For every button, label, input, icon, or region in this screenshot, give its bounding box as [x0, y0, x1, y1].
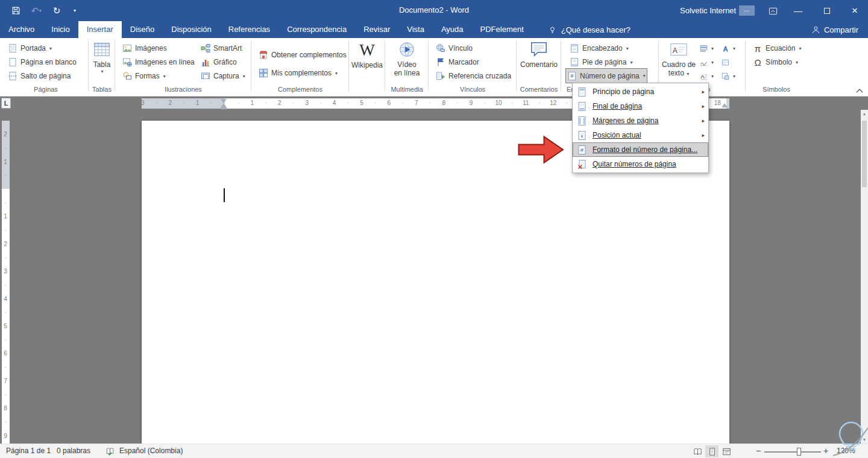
tab-inicio[interactable]: Inicio	[43, 21, 78, 38]
menu-item-quitar-numeros-de-pagina[interactable]: Quitar números de página	[573, 157, 708, 171]
left-indent-marker[interactable]	[221, 107, 227, 109]
portada-button[interactable]: Portada▾	[6, 42, 54, 55]
word-count[interactable]: 0 palabras	[57, 447, 90, 455]
minimize-button[interactable]: —	[785, 0, 811, 21]
tab-revisar[interactable]: Revisar	[355, 21, 398, 38]
group-label-multimedia: Multimedia	[386, 86, 428, 93]
smartart-label: SmartArt	[213, 44, 242, 52]
screenshot-button[interactable]: Captura▾	[199, 69, 247, 83]
drop-cap-button[interactable]: ▾	[698, 69, 715, 83]
tab-ayuda[interactable]: Ayuda	[433, 21, 472, 38]
menu-item-principio-de-pagina[interactable]: Principio de página ▸	[573, 84, 708, 99]
screenshot-label: Captura	[213, 72, 239, 80]
smartart-button[interactable]: SmartArt	[199, 42, 244, 55]
header-button[interactable]: Encabezado▾	[568, 42, 631, 55]
share-button[interactable]: Compartir	[811, 21, 858, 38]
get-addins-button[interactable]: Obtener complementos	[257, 48, 348, 62]
online-video-label-2: en línea	[394, 69, 420, 77]
page-number-margins-icon	[577, 116, 587, 126]
signature-line-button[interactable]: ▾	[698, 56, 715, 69]
tab-referencias[interactable]: Referencias	[220, 21, 278, 38]
footer-label: Pie de página	[582, 58, 626, 66]
word-window: # A A A # ↶ ▾ ↻ ▾ Documento2 - Word Solv…	[0, 0, 868, 458]
shapes-button[interactable]: Formas▾	[121, 69, 168, 83]
tab-archivo[interactable]: Archivo	[0, 21, 43, 38]
group-ilustraciones: Imágenes Imágenes en línea Formas▾ Smart…	[116, 38, 251, 95]
zoom-in-button[interactable]: +	[823, 446, 828, 456]
tab-insertar[interactable]: Insertar	[78, 21, 122, 38]
bookmark-button[interactable]: Marcador	[434, 56, 481, 69]
zoom-out-button[interactable]: −	[756, 446, 761, 456]
vertical-ruler[interactable]: 21123456789···········	[0, 110, 11, 444]
pictures-button[interactable]: Imágenes	[121, 42, 169, 55]
header-icon	[570, 43, 579, 53]
page-count[interactable]: Página 1 de 1	[6, 447, 51, 455]
scrollbar-thumb[interactable]	[862, 121, 867, 187]
pictures-icon	[122, 43, 132, 53]
web-layout-button[interactable]	[720, 445, 733, 457]
collapse-ribbon-button[interactable]	[855, 87, 864, 95]
tab-selector[interactable]: L	[1, 98, 11, 109]
vertical-scrollbar[interactable]: ▲ ▼	[861, 110, 868, 444]
horizontal-ruler[interactable]: L 321123456789101112131415161718········…	[0, 97, 868, 110]
portada-label: Portada	[20, 44, 46, 52]
tab-vista[interactable]: Vista	[398, 21, 433, 38]
menu-item-margenes-de-pagina[interactable]: Márgenes de página ▸	[573, 113, 708, 128]
spell-check-icon[interactable]	[106, 447, 115, 456]
menu-item-formato-del-numero-de-pagina[interactable]: Formato del número de página...	[573, 142, 708, 157]
print-layout-button[interactable]	[705, 445, 719, 457]
caret-icon: ▾	[733, 74, 735, 79]
tab-correspondencia[interactable]: Correspondencia	[278, 21, 355, 38]
account-name[interactable]: Solvetic Internet	[680, 6, 736, 15]
online-video-icon	[398, 40, 416, 59]
read-mode-icon	[693, 447, 702, 456]
date-time-button[interactable]	[720, 56, 731, 69]
close-button[interactable]: ×	[841, 0, 868, 21]
ribbon-display-options-button[interactable]	[766, 5, 780, 17]
shapes-icon	[122, 71, 132, 81]
menu-item-label: Final de página	[593, 102, 698, 110]
chart-label: Gráfico	[213, 58, 237, 66]
read-mode-button[interactable]	[691, 445, 704, 457]
right-indent-marker[interactable]	[722, 103, 728, 107]
menu-item-posicion-actual[interactable]: Posición actual ▸	[573, 128, 708, 142]
wikipedia-button[interactable]: W Wikipedia	[351, 41, 383, 69]
my-addins-button[interactable]: Mis complementos▾	[257, 66, 339, 80]
language-indicator[interactable]: Español (Colombia)	[119, 447, 183, 455]
page-number-button[interactable]: Número de página▾	[565, 68, 647, 83]
account-more-button[interactable]: ...	[739, 5, 755, 16]
symbol-button[interactable]: ΩSímbolo▾	[751, 56, 800, 69]
tab-disposicion[interactable]: Disposición	[163, 21, 219, 38]
tell-me-box[interactable]: ¿Qué desea hacer?	[548, 21, 631, 38]
cross-reference-button[interactable]: Referencia cruzada	[434, 69, 513, 83]
equation-icon: π	[753, 43, 763, 54]
menu-item-final-de-pagina[interactable]: Final de página ▸	[573, 99, 708, 113]
text-box-button[interactable]: Cuadro de texto ▾	[661, 40, 697, 77]
submenu-arrow-icon: ▸	[702, 89, 705, 95]
object-button[interactable]: ▾	[720, 69, 737, 83]
hanging-indent-marker[interactable]	[221, 103, 227, 107]
blank-page-button[interactable]: Página en blanco	[6, 56, 78, 69]
quick-parts-button[interactable]: ▾	[698, 42, 715, 55]
chart-button[interactable]: Gráfico	[199, 56, 239, 69]
footer-button[interactable]: Pie de página▾	[568, 56, 634, 69]
maximize-button[interactable]	[814, 0, 840, 21]
page-break-button[interactable]: Salto de página	[6, 69, 72, 83]
table-button[interactable]: Tabla ▾	[90, 40, 113, 74]
zoom-slider-thumb[interactable]	[797, 448, 801, 456]
wordart-button[interactable]: ▾	[720, 42, 737, 55]
tab-pdfelement[interactable]: PDFelement	[472, 21, 532, 38]
zoom-slider-track[interactable]	[764, 451, 821, 453]
group-separator	[251, 40, 251, 91]
online-video-button[interactable]: Vídeo en línea	[389, 40, 424, 77]
group-separator	[428, 40, 429, 91]
online-pictures-button[interactable]: Imágenes en línea	[121, 56, 197, 69]
tab-diseno[interactable]: Diseño	[122, 21, 163, 38]
equation-button[interactable]: πEcuación▾	[751, 42, 803, 55]
comment-button[interactable]: Comentario	[518, 40, 559, 69]
link-button[interactable]: Vínculo	[434, 42, 474, 55]
first-line-indent-marker[interactable]	[221, 99, 227, 103]
submenu-arrow-icon: ▸	[702, 103, 705, 109]
group-label-simbolos: Símbolos	[746, 86, 807, 93]
scroll-up-icon[interactable]: ▲	[861, 112, 868, 116]
